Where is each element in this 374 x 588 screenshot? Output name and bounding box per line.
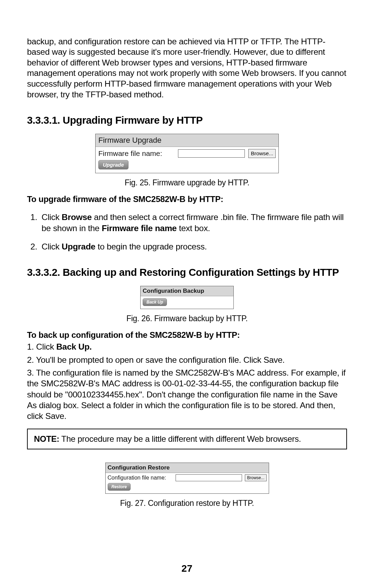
upgrade-lead: To upgrade firmware of the SMC2582W-B by… [27, 194, 347, 204]
browse-button[interactable]: Browse... [245, 474, 266, 481]
note-box: NOTE: The procedure may be a little diff… [27, 429, 347, 449]
backup-step-2: 2. You'll be prompted to open or save th… [27, 354, 347, 365]
page-number: 27 [0, 563, 374, 574]
firmware-upgrade-body: Firmware file name: Browse... Upgrade [96, 147, 278, 173]
restore-button[interactable]: Restore [108, 483, 131, 491]
firmware-file-name-label: Firmware file name: [98, 149, 175, 158]
list-item: Click Upgrade to begin the upgrade proce… [39, 241, 347, 252]
back-up-button[interactable]: Back Up [143, 298, 167, 306]
emph-back-up: Back Up. [56, 342, 91, 351]
browse-button[interactable]: Browse... [248, 149, 276, 158]
text: text box. [177, 223, 210, 233]
configuration-restore-title: Configuration Restore [106, 463, 269, 473]
upgrade-button[interactable]: Upgrade [98, 160, 128, 169]
backup-lead: To back up configuration of the SMC2582W… [27, 330, 347, 340]
document-page: backup, and configuration restore can be… [0, 0, 374, 588]
firmware-upgrade-title: Firmware Upgrade [96, 134, 278, 147]
configuration-file-name-label: Configuration file name: [108, 475, 173, 481]
figure-26-caption: Fig. 26. Firmware backup by HTTP. [27, 314, 347, 323]
emph-browse: Browse [62, 212, 92, 222]
firmware-upgrade-panel: Firmware Upgrade Firmware file name: Bro… [95, 134, 279, 173]
firmware-file-name-input[interactable] [178, 149, 245, 158]
note-label: NOTE: [34, 434, 59, 444]
configuration-backup-body: Back Up [141, 296, 233, 309]
figure-27-caption: Fig. 27. Configuration restore by HTTP. [27, 499, 347, 508]
text: Click [42, 242, 62, 251]
configuration-restore-body: Configuration file name: Browse... Resto… [106, 473, 269, 493]
configuration-file-name-input[interactable] [176, 474, 242, 481]
section-heading-3331: 3.3.3.1. Upgrading Firmware by HTTP [27, 114, 347, 126]
note-text: The procedure may be a little different … [59, 434, 301, 444]
section-heading-3332: 3.3.3.2. Backing up and Restoring Config… [27, 266, 347, 278]
emph-firmware-file-name: Firmware file name [102, 223, 177, 233]
list-item: Click Browse and then select a correct f… [39, 212, 347, 234]
configuration-backup-panel: Configuration Backup Back Up [140, 286, 234, 309]
figure-25-caption: Fig. 25. Firmware upgrade by HTTP. [27, 178, 347, 187]
text: Click [42, 212, 62, 222]
backup-step-3: 3. The configuration file is named by th… [27, 367, 347, 422]
configuration-backup-title: Configuration Backup [141, 286, 233, 296]
backup-step-1: 1. Click Back Up. [27, 341, 347, 352]
emph-upgrade: Upgrade [62, 242, 95, 251]
configuration-restore-panel: Configuration Restore Configuration file… [105, 463, 269, 494]
text: to begin the upgrade process. [95, 242, 207, 251]
intro-paragraph: backup, and configuration restore can be… [27, 36, 347, 100]
upgrade-steps-list: Click Browse and then select a correct f… [27, 212, 347, 252]
text: 1. Click [27, 342, 56, 351]
